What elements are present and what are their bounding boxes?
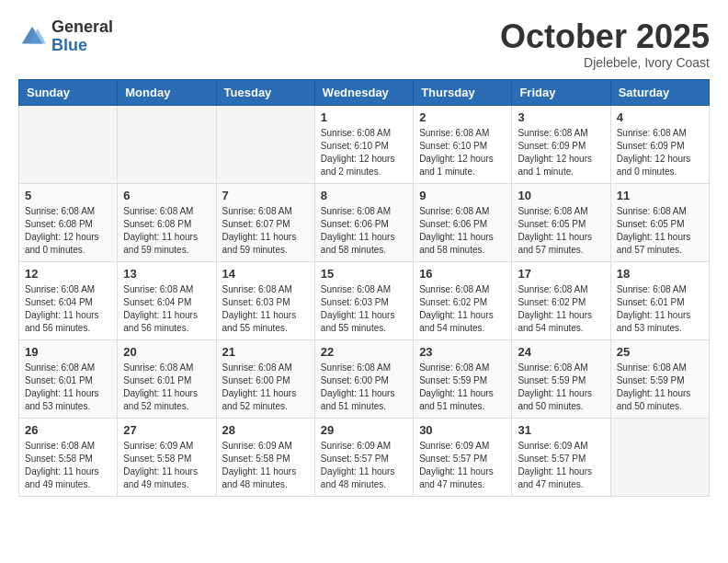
day-number: 13	[123, 267, 210, 281]
day-number: 25	[617, 345, 703, 359]
calendar-cell: 16Sunrise: 6:08 AM Sunset: 6:02 PM Dayli…	[414, 261, 512, 339]
day-number: 23	[419, 345, 506, 359]
day-info: Sunrise: 6:08 AM Sunset: 6:09 PM Dayligh…	[617, 127, 703, 178]
calendar-cell: 31Sunrise: 6:09 AM Sunset: 5:57 PM Dayli…	[512, 418, 610, 496]
calendar-week-1: 1Sunrise: 6:08 AM Sunset: 6:10 PM Daylig…	[19, 105, 710, 183]
day-info: Sunrise: 6:08 AM Sunset: 5:58 PM Dayligh…	[25, 440, 111, 491]
day-number: 10	[518, 189, 604, 202]
day-number: 11	[617, 189, 703, 202]
day-info: Sunrise: 6:08 AM Sunset: 6:01 PM Dayligh…	[617, 283, 703, 335]
day-number: 17	[518, 267, 604, 281]
calendar-cell: 4Sunrise: 6:08 AM Sunset: 6:09 PM Daylig…	[610, 105, 709, 183]
day-info: Sunrise: 6:08 AM Sunset: 6:02 PM Dayligh…	[419, 283, 506, 335]
day-number: 21	[222, 345, 309, 359]
day-info: Sunrise: 6:09 AM Sunset: 5:57 PM Dayligh…	[518, 440, 604, 491]
day-number: 22	[321, 345, 407, 359]
day-number: 2	[419, 110, 506, 124]
day-info: Sunrise: 6:08 AM Sunset: 5:59 PM Dayligh…	[617, 362, 703, 413]
day-info: Sunrise: 6:09 AM Sunset: 5:58 PM Dayligh…	[123, 440, 210, 491]
logo-text: General Blue	[51, 18, 113, 55]
calendar-week-4: 19Sunrise: 6:08 AM Sunset: 6:01 PM Dayli…	[19, 339, 710, 418]
calendar-cell: 14Sunrise: 6:08 AM Sunset: 6:03 PM Dayli…	[216, 261, 314, 339]
day-info: Sunrise: 6:08 AM Sunset: 5:59 PM Dayligh…	[419, 362, 506, 413]
calendar-cell: 6Sunrise: 6:08 AM Sunset: 6:08 PM Daylig…	[118, 183, 216, 261]
day-number: 18	[617, 267, 703, 281]
day-info: Sunrise: 6:08 AM Sunset: 6:03 PM Dayligh…	[222, 283, 309, 335]
logo-icon	[18, 23, 46, 51]
day-info: Sunrise: 6:08 AM Sunset: 6:06 PM Dayligh…	[321, 205, 407, 257]
day-number: 8	[321, 189, 407, 202]
day-info: Sunrise: 6:08 AM Sunset: 6:10 PM Dayligh…	[419, 127, 506, 178]
day-info: Sunrise: 6:08 AM Sunset: 6:01 PM Dayligh…	[123, 362, 210, 413]
day-info: Sunrise: 6:08 AM Sunset: 6:04 PM Dayligh…	[25, 283, 111, 335]
weekday-header-thursday: Thursday	[414, 79, 512, 105]
calendar-cell: 17Sunrise: 6:08 AM Sunset: 6:02 PM Dayli…	[512, 261, 610, 339]
calendar-cell: 21Sunrise: 6:08 AM Sunset: 6:00 PM Dayli…	[216, 339, 314, 418]
day-number: 1	[321, 110, 407, 124]
calendar-cell	[19, 105, 118, 183]
day-info: Sunrise: 6:08 AM Sunset: 6:03 PM Dayligh…	[321, 283, 407, 335]
calendar-cell: 8Sunrise: 6:08 AM Sunset: 6:06 PM Daylig…	[314, 183, 413, 261]
day-number: 29	[321, 423, 407, 437]
weekday-header-row: SundayMondayTuesdayWednesdayThursdayFrid…	[19, 79, 710, 105]
calendar-cell: 12Sunrise: 6:08 AM Sunset: 6:04 PM Dayli…	[19, 261, 118, 339]
calendar-cell: 7Sunrise: 6:08 AM Sunset: 6:07 PM Daylig…	[216, 183, 314, 261]
calendar-cell	[216, 105, 314, 183]
calendar-cell: 22Sunrise: 6:08 AM Sunset: 6:00 PM Dayli…	[314, 339, 413, 418]
calendar-cell: 15Sunrise: 6:08 AM Sunset: 6:03 PM Dayli…	[314, 261, 413, 339]
calendar-cell: 10Sunrise: 6:08 AM Sunset: 6:05 PM Dayli…	[512, 183, 610, 261]
day-number: 16	[419, 267, 506, 281]
location: Djelebele, Ivory Coast	[500, 55, 710, 70]
day-number: 27	[123, 423, 210, 437]
calendar-cell: 27Sunrise: 6:09 AM Sunset: 5:58 PM Dayli…	[118, 418, 216, 496]
weekday-header-saturday: Saturday	[610, 79, 709, 105]
day-number: 28	[222, 423, 309, 437]
day-info: Sunrise: 6:08 AM Sunset: 6:06 PM Dayligh…	[419, 205, 506, 257]
calendar-cell: 5Sunrise: 6:08 AM Sunset: 6:08 PM Daylig…	[19, 183, 118, 261]
weekday-header-friday: Friday	[512, 79, 610, 105]
calendar-cell: 1Sunrise: 6:08 AM Sunset: 6:10 PM Daylig…	[314, 105, 413, 183]
weekday-header-wednesday: Wednesday	[314, 79, 413, 105]
calendar-cell: 9Sunrise: 6:08 AM Sunset: 6:06 PM Daylig…	[414, 183, 512, 261]
calendar-cell	[118, 105, 216, 183]
day-info: Sunrise: 6:08 AM Sunset: 6:08 PM Dayligh…	[25, 205, 111, 257]
title-block: October 2025 Djelebele, Ivory Coast	[500, 18, 710, 70]
calendar-cell: 19Sunrise: 6:08 AM Sunset: 6:01 PM Dayli…	[19, 339, 118, 418]
day-number: 26	[25, 423, 111, 437]
logo-blue: Blue	[51, 37, 113, 55]
day-number: 14	[222, 267, 309, 281]
day-number: 6	[123, 189, 210, 202]
calendar-week-5: 26Sunrise: 6:08 AM Sunset: 5:58 PM Dayli…	[19, 418, 710, 496]
calendar-cell: 20Sunrise: 6:08 AM Sunset: 6:01 PM Dayli…	[118, 339, 216, 418]
calendar-cell: 3Sunrise: 6:08 AM Sunset: 6:09 PM Daylig…	[512, 105, 610, 183]
day-info: Sunrise: 6:08 AM Sunset: 6:07 PM Dayligh…	[222, 205, 309, 257]
day-number: 12	[25, 267, 111, 281]
day-info: Sunrise: 6:08 AM Sunset: 6:01 PM Dayligh…	[25, 362, 111, 413]
calendar-cell: 30Sunrise: 6:09 AM Sunset: 5:57 PM Dayli…	[414, 418, 512, 496]
day-info: Sunrise: 6:08 AM Sunset: 6:00 PM Dayligh…	[321, 362, 407, 413]
day-info: Sunrise: 6:08 AM Sunset: 6:00 PM Dayligh…	[222, 362, 309, 413]
day-info: Sunrise: 6:09 AM Sunset: 5:58 PM Dayligh…	[222, 440, 309, 491]
page-header: General Blue October 2025 Djelebele, Ivo…	[18, 18, 710, 70]
day-number: 20	[123, 345, 210, 359]
calendar-cell: 2Sunrise: 6:08 AM Sunset: 6:10 PM Daylig…	[414, 105, 512, 183]
weekday-header-sunday: Sunday	[19, 79, 118, 105]
day-info: Sunrise: 6:09 AM Sunset: 5:57 PM Dayligh…	[321, 440, 407, 491]
day-info: Sunrise: 6:08 AM Sunset: 6:09 PM Dayligh…	[518, 127, 604, 178]
day-number: 4	[617, 110, 703, 124]
calendar-cell: 29Sunrise: 6:09 AM Sunset: 5:57 PM Dayli…	[314, 418, 413, 496]
calendar-week-2: 5Sunrise: 6:08 AM Sunset: 6:08 PM Daylig…	[19, 183, 710, 261]
day-number: 30	[419, 423, 506, 437]
calendar-cell: 18Sunrise: 6:08 AM Sunset: 6:01 PM Dayli…	[610, 261, 709, 339]
calendar-week-3: 12Sunrise: 6:08 AM Sunset: 6:04 PM Dayli…	[19, 261, 710, 339]
calendar-cell: 23Sunrise: 6:08 AM Sunset: 5:59 PM Dayli…	[414, 339, 512, 418]
calendar-cell	[610, 418, 709, 496]
calendar-cell: 25Sunrise: 6:08 AM Sunset: 5:59 PM Dayli…	[610, 339, 709, 418]
calendar-cell: 13Sunrise: 6:08 AM Sunset: 6:04 PM Dayli…	[118, 261, 216, 339]
day-info: Sunrise: 6:08 AM Sunset: 6:02 PM Dayligh…	[518, 283, 604, 335]
calendar-cell: 11Sunrise: 6:08 AM Sunset: 6:05 PM Dayli…	[610, 183, 709, 261]
day-info: Sunrise: 6:08 AM Sunset: 5:59 PM Dayligh…	[518, 362, 604, 413]
calendar-cell: 26Sunrise: 6:08 AM Sunset: 5:58 PM Dayli…	[19, 418, 118, 496]
calendar-table: SundayMondayTuesdayWednesdayThursdayFrid…	[18, 79, 710, 497]
day-info: Sunrise: 6:08 AM Sunset: 6:08 PM Dayligh…	[123, 205, 210, 257]
